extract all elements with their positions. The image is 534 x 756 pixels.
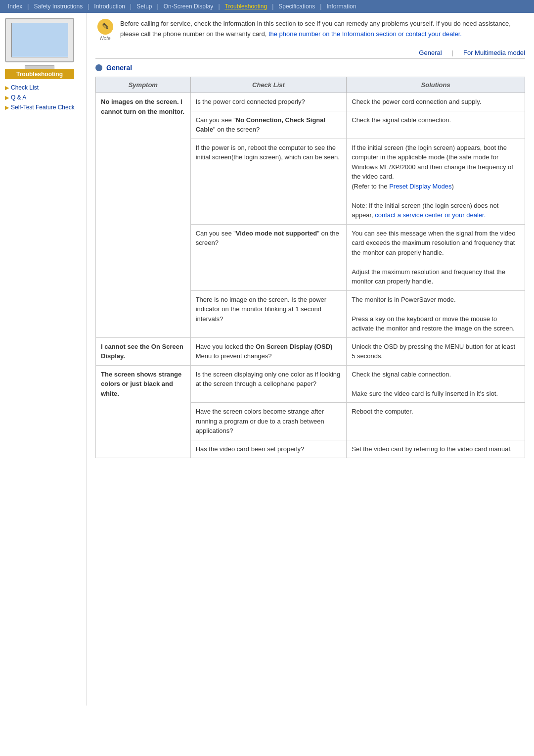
section-heading: General [95,64,525,72]
nav-osd[interactable]: On-Screen Display [160,2,218,11]
note-box: ✎ Note Before calling for service, check… [95,19,525,42]
main-content: ✎ Note Before calling for service, check… [87,13,534,706]
solutions-cell-9: Set the video card by referring to the v… [347,440,525,458]
table-row: I cannot see the On Screen Display. Have… [96,337,525,365]
sidebar: Troubleshooting ▶ Check List ▶ Q & A ▶ S… [0,13,87,706]
header-symptom: Symptom [96,77,191,93]
monitor-image [5,18,74,62]
solutions-cell-7: Check the signal cable connection. Make … [347,365,525,403]
tab-row: General | For Multimedia model [95,49,525,59]
qa-link[interactable]: Q & A [11,94,26,101]
solutions-cell-1: Check the power cord connection and supp… [347,93,525,111]
checklist-cell-2: Can you see "No Connection, Check Signal… [190,111,347,139]
checklist-cell-8: Have the screen colors become strange af… [190,403,347,440]
checklist-cell-7: Is the screen displaying only one color … [190,365,347,403]
header-solutions: Solutions [347,77,525,93]
sidebar-item-checklist[interactable]: ▶ Check List [5,84,39,91]
info-link[interactable]: the phone number on the Information sect… [268,30,462,38]
checklist-cell-6: Have you locked the On Screen Display (O… [190,337,347,365]
arrow-icon: ▶ [5,85,9,91]
solutions-cell-8: Reboot the computer. [347,403,525,440]
note-icon: ✎ [97,19,113,35]
nav-specs[interactable]: Specifications [274,2,319,11]
solutions-cell-6: Unlock the OSD by pressing the MENU butt… [347,337,525,365]
checklist-cell-5: There is no image on the screen. Is the … [190,290,347,337]
troubleshooting-table: Symptom Check List Solutions No images o… [95,77,525,458]
table-row: No images on the screen. I cannot turn o… [96,93,525,111]
symptom-cell-3: The screen shows strange colors or just … [96,365,191,458]
arrow-icon-3: ▶ [5,104,9,111]
solutions-cell-2: Check the signal cable connection. [347,111,525,139]
sidebar-item-qa[interactable]: ▶ Q & A [5,94,26,101]
checklist-link[interactable]: Check List [11,84,39,91]
note-text: Before calling for service, check the in… [120,19,525,40]
table-row: The screen shows strange colors or just … [96,365,525,403]
symptom-cell-2: I cannot see the On Screen Display. [96,337,191,365]
section-title: General [106,64,132,72]
nav-troubleshooting[interactable]: Troubleshooting [221,2,271,11]
nav-info[interactable]: Information [322,2,360,11]
checklist-cell-1: Is the power cord connected properly? [190,93,347,111]
sidebar-title: Troubleshooting [5,69,74,79]
note-label: Note [100,35,110,42]
nav-intro[interactable]: Introduction [90,2,129,11]
header-checklist: Check List [190,77,347,93]
monitor-stand [25,65,54,69]
service-center-link[interactable]: contact a service center or your dealer. [375,211,486,219]
nav-index[interactable]: Index [4,2,26,11]
selftest-link[interactable]: Self-Test Feature Check [11,104,75,111]
checklist-cell-4: Can you see "Video mode not supported" o… [190,224,347,290]
solutions-cell-3: If the initial screen (the login screen)… [347,139,525,224]
top-navigation: Index | Safety Instructions | Introducti… [0,0,534,13]
solutions-cell-5: The monitor is in PowerSaver mode. Press… [347,290,525,337]
tab-general[interactable]: General [419,49,442,56]
arrow-icon-2: ▶ [5,94,9,101]
checklist-cell-9: Has the video card been set properly? [190,440,347,458]
tab-multimedia[interactable]: For Multimedia model [463,49,525,56]
nav-setup[interactable]: Setup [133,2,156,11]
preset-display-modes-link[interactable]: Preset Display Modes [389,183,451,190]
note-icon-area: ✎ Note [95,19,115,42]
nav-safety[interactable]: Safety Instructions [30,2,87,11]
solutions-cell-4: You can see this message when the signal… [347,224,525,290]
section-dot-icon [95,64,102,71]
symptom-cell-1: No images on the screen. I cannot turn o… [96,93,191,338]
checklist-cell-3: If the power is on, reboot the computer … [190,139,347,224]
sidebar-item-selftest[interactable]: ▶ Self-Test Feature Check [5,104,75,111]
